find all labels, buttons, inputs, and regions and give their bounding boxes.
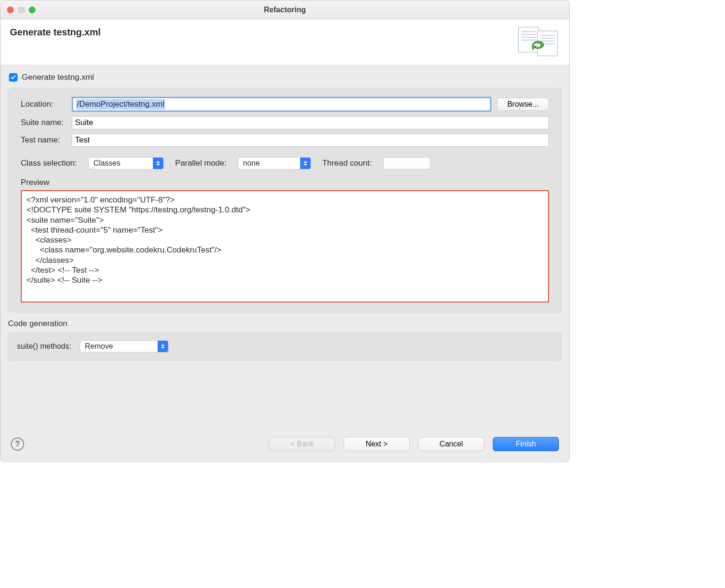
location-label: Location: (21, 100, 72, 109)
suite-name-input[interactable] (72, 116, 549, 129)
chevron-updown-icon (153, 158, 163, 169)
parallel-mode-value: none (238, 159, 300, 168)
class-selection-value: Classes (89, 159, 153, 168)
page-title: Generate testng.xml (10, 27, 101, 38)
dialog-header: Generate testng.xml (0, 19, 569, 65)
next-button[interactable]: Next > (344, 437, 410, 451)
preview-textarea[interactable]: <?xml version="1.0" encoding="UTF-8"?> <… (21, 190, 549, 302)
chevron-updown-icon (300, 158, 311, 169)
class-selection-select[interactable]: Classes (88, 157, 164, 169)
browse-button[interactable]: Browse... (497, 98, 549, 111)
chevron-updown-icon (158, 341, 168, 352)
suite-methods-select[interactable]: Remove (80, 340, 169, 353)
suite-methods-label: suite() methods: (17, 342, 71, 351)
preview-label: Preview (21, 178, 549, 187)
back-button: < Back (269, 437, 335, 451)
thread-count-label: Thread count: (322, 159, 372, 168)
window-title: Refactoring (264, 6, 306, 14)
class-selection-label: Class selection: (21, 159, 77, 168)
suite-name-label: Suite name: (21, 118, 72, 127)
location-value: /DemoProject/testng.xml (76, 99, 165, 109)
window-controls (7, 7, 35, 13)
code-generation-label: Code generation (8, 319, 562, 328)
test-name-label: Test name: (21, 135, 72, 145)
test-name-input[interactable] (72, 134, 549, 147)
generate-testng-checkbox-label: Generate testng.xml (22, 73, 94, 82)
minimize-icon[interactable] (18, 7, 25, 13)
thread-count-input[interactable] (383, 157, 430, 169)
cancel-button[interactable]: Cancel (418, 437, 484, 451)
parallel-mode-label: Parallel mode: (175, 159, 227, 168)
titlebar: Refactoring (0, 0, 569, 19)
parallel-mode-select[interactable]: none (238, 157, 311, 169)
zoom-icon[interactable] (29, 7, 35, 13)
code-generation-panel: suite() methods: Remove (8, 332, 562, 361)
finish-button[interactable]: Finish (493, 437, 559, 451)
dialog-footer: ? < Back Next > Cancel Finish (0, 430, 569, 462)
refactoring-dialog: Refactoring Generate testng.xml Generate… (0, 0, 570, 462)
generate-settings-panel: Location: /DemoProject/testng.xml Browse… (8, 88, 562, 312)
generate-testng-checkbox[interactable] (9, 73, 17, 82)
refactor-icon (518, 27, 560, 56)
suite-methods-value: Remove (80, 342, 158, 351)
close-icon[interactable] (7, 7, 14, 13)
help-icon[interactable]: ? (11, 437, 24, 451)
location-input[interactable]: /DemoProject/testng.xml (72, 97, 491, 112)
generate-testng-checkbox-row: Generate testng.xml (8, 65, 562, 88)
